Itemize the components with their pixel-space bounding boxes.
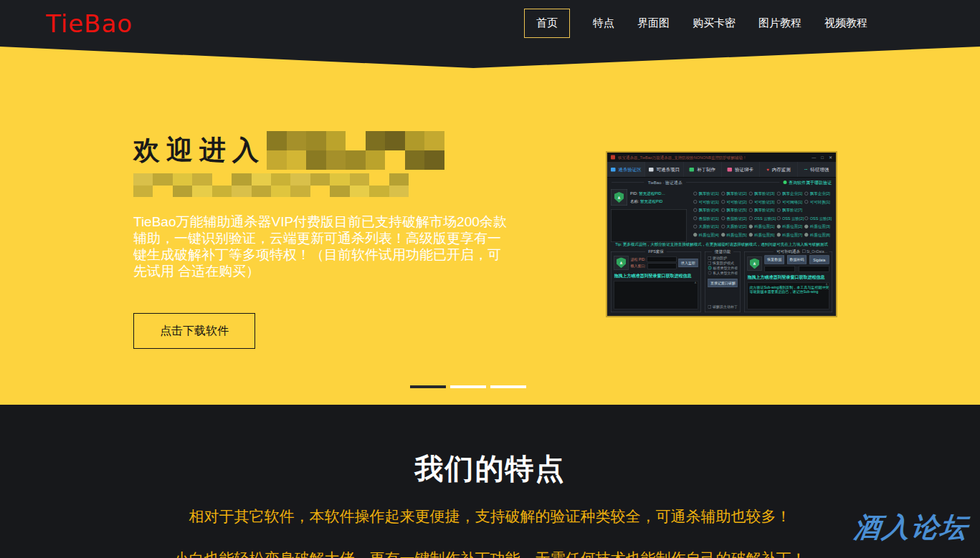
- app-tab-monitor[interactable]: 可通杀项目: [645, 162, 683, 177]
- checkbox-icon: [708, 305, 712, 309]
- window-input[interactable]: [647, 264, 677, 269]
- scroll-up-icon[interactable]: ˄: [826, 283, 828, 287]
- carousel-dash-1[interactable]: [410, 385, 446, 388]
- data-button-1[interactable]: 恢复数据: [765, 256, 784, 264]
- notes-box[interactable]: 此方验证Sub-wing遇到反制，本工具与监控期冲突等最新版本需要重启自己，请记…: [748, 283, 829, 309]
- verify-option-label: 飘零验证[5]: [726, 207, 746, 213]
- option-patch-after-crack[interactable]: 破解后主动补丁: [708, 304, 738, 309]
- process-info: PID: 暂无进程PID… 名称: 暂无进程PID: [630, 189, 665, 206]
- verify-option[interactable]: 科盾位置[6]: [749, 231, 777, 239]
- shield-target-box[interactable]: ∧: [614, 256, 629, 270]
- data-button-2[interactable]: 数据补码: [787, 256, 807, 264]
- verify-option-label: 科盾位置[1]: [754, 224, 774, 230]
- fill-listen-button[interactable]: 填入监听: [679, 259, 698, 267]
- verify-option[interactable]: 番茄验证[2]: [721, 215, 749, 222]
- process-list-box[interactable]: [611, 209, 687, 242]
- group-quick-functions: 便捷功能 驱动防护恢复防护模式标准类型文件模式私人类型文件模式 直接记窗口破解 …: [705, 251, 741, 312]
- query-verify-option[interactable]: 查询软件属于哪款验证: [784, 179, 832, 186]
- maximize-icon[interactable]: □: [821, 155, 824, 160]
- verify-option[interactable]: 科盾位置[7]: [776, 231, 804, 239]
- verify-option[interactable]: 飘零验证[6]: [749, 206, 777, 213]
- verify-option[interactable]: 可可网络[1]: [776, 198, 804, 206]
- verify-option[interactable]: 科盾位置[8]: [804, 231, 832, 239]
- scroll-up-icon[interactable]: ˄: [695, 282, 697, 285]
- verify-option[interactable]: 飘零验证[4]: [693, 206, 721, 213]
- group-title: FPS窗保: [645, 249, 667, 255]
- app-tab-dots[interactable]: •••特征增强: [798, 162, 836, 177]
- verify-option[interactable]: 可可验证[1]: [693, 198, 721, 206]
- data-input-2[interactable]: [799, 266, 829, 272]
- verify-option[interactable]: 飘零验证[5]: [721, 206, 749, 213]
- verify-option[interactable]: 科盾位置[2]: [776, 223, 804, 230]
- data-button-3[interactable]: Sigdata: [809, 256, 829, 264]
- site-logo[interactable]: TieBao: [46, 9, 133, 38]
- quick-option-3[interactable]: 标准类型文件模式: [708, 266, 738, 271]
- app-tab-folder[interactable]: 通杀验证区: [607, 162, 645, 177]
- verify-option[interactable]: OSS 云验[3]: [804, 215, 832, 222]
- heart-icon: ♥: [766, 168, 769, 172]
- verify-option[interactable]: OSS 云验[1]: [749, 215, 777, 222]
- verify-option[interactable]: 飘零验证[1]: [693, 190, 721, 197]
- radio-icon: [749, 191, 753, 196]
- verify-option[interactable]: 番茄验证[1]: [693, 215, 721, 222]
- verify-option[interactable]: 飘零验证[7]: [776, 206, 804, 213]
- verify-option-label: 飘零验证[4]: [699, 207, 719, 213]
- nav-item-3[interactable]: 界面图: [637, 9, 670, 37]
- verify-option-label: 可可网络[1]: [782, 199, 802, 205]
- app-tab-chat[interactable]: 补丁制作: [683, 162, 721, 177]
- nav-item-4[interactable]: 购买卡密: [693, 9, 736, 37]
- verify-option-label: 科盾位置[2]: [782, 224, 802, 230]
- verify-option[interactable]: 科盾位置[1]: [749, 223, 777, 230]
- shield-target-box[interactable]: ∧: [748, 256, 762, 271]
- verify-option-label: 科盾位置[5]: [726, 232, 746, 238]
- verify-option[interactable]: 飘零验证[2]: [721, 190, 749, 197]
- verify-option[interactable]: 科盾位置[3]: [804, 223, 832, 230]
- shield-target-box[interactable]: ∧: [611, 189, 627, 206]
- carousel-indicators: [410, 385, 526, 388]
- verify-option[interactable]: 天盾验证[2]: [721, 223, 749, 230]
- verify-option[interactable]: 科盾位置[4]: [693, 231, 721, 239]
- radio-icon: [804, 225, 809, 229]
- verify-option[interactable]: 科盾位置[5]: [721, 231, 749, 239]
- window-crack-button[interactable]: 直接记窗口破解: [708, 279, 738, 287]
- app-tab-person[interactable]: 验证绑卡: [721, 162, 759, 177]
- quick-option-1[interactable]: 驱动防护: [708, 256, 738, 261]
- verify-option[interactable]: 可可验证[3]: [749, 198, 777, 206]
- radio-icon: [693, 233, 698, 237]
- carousel-dash-2[interactable]: [450, 385, 486, 388]
- app-titlebar: 铁宝通杀器_TieBao万能通杀器_支持防校验NONONB监控防护破解辅助！ —…: [607, 153, 836, 162]
- quick-option-4[interactable]: 私人类型文件模式: [708, 271, 738, 276]
- feature-line-1: 相对于其它软件，本软件操作起来更便捷，支持破解的验证种类较全，可通杀辅助也较多！: [0, 506, 980, 526]
- download-button[interactable]: 点击下载软件: [133, 313, 255, 349]
- radio-icon: [693, 191, 698, 196]
- close-icon[interactable]: ✕: [829, 155, 832, 160]
- features-title: 我们的特点: [0, 405, 980, 489]
- verify-option[interactable]: 可可验证[2]: [721, 198, 749, 206]
- verify-option-label: 番茄验证[2]: [726, 216, 746, 221]
- verify-option[interactable]: OSS 云验[2]: [776, 215, 804, 222]
- shield-icon: ∧: [750, 259, 759, 269]
- shield-icon: ∧: [617, 257, 626, 268]
- log-box[interactable]: ˄: [614, 281, 698, 309]
- verify-option[interactable]: 飘零企业[2]: [804, 190, 832, 197]
- nav-item-5[interactable]: 图片教程: [758, 9, 801, 37]
- option-sig-ondata[interactable]: Si_OnData…: [801, 249, 829, 254]
- nav-item-1[interactable]: 首页: [524, 9, 570, 38]
- nav-item-2[interactable]: 特点: [593, 9, 614, 37]
- carousel-dash-3[interactable]: [490, 385, 526, 388]
- radio-icon: [804, 216, 809, 221]
- radio-icon: [693, 208, 698, 212]
- note-lines: 此方验证Sub-wing遇到反制，本工具与监控期冲突等最新版本需要重启自己，请记…: [748, 284, 829, 295]
- verify-option[interactable]: 飘零企业[1]: [776, 190, 804, 197]
- verify-option[interactable]: 天盾验证[1]: [693, 223, 721, 230]
- verify-option[interactable]: 飘零验证[3]: [749, 190, 777, 197]
- verify-option[interactable]: 可可转换[1]: [804, 198, 832, 206]
- data-input-1[interactable]: [765, 266, 796, 272]
- quick-option-2[interactable]: 恢复防护模式: [708, 261, 738, 266]
- nav-item-6[interactable]: 视频教程: [824, 9, 867, 37]
- minimize-icon[interactable]: —: [812, 155, 816, 160]
- app-content: ∧ PID: 暂无进程PID… 名称: 暂无进程PID 飘零验证[1]飘零验证[…: [607, 187, 836, 241]
- app-tab-heart[interactable]: ♥内存监测: [760, 162, 798, 177]
- pid-input[interactable]: [647, 256, 677, 262]
- process-name-value: 暂无进程PID: [640, 199, 662, 203]
